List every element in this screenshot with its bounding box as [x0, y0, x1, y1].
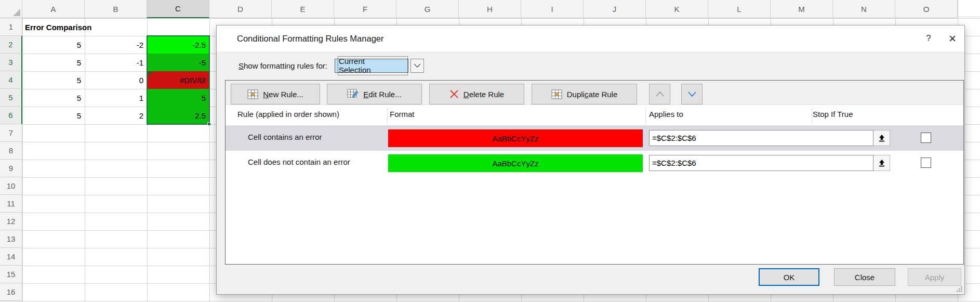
column-header-E[interactable]: E: [272, 0, 334, 18]
close-icon[interactable]: ✕: [941, 25, 964, 51]
stop-if-true-checkbox[interactable]: [921, 157, 931, 168]
row-header-3[interactable]: 3: [0, 54, 22, 71]
row-header-11[interactable]: 11: [0, 195, 22, 213]
column-header-K[interactable]: K: [646, 0, 708, 18]
cell-B5[interactable]: 1: [85, 89, 147, 107]
applies-to-group: [649, 155, 890, 171]
error-indicator-triangle: [148, 72, 153, 76]
cell-B2[interactable]: -2: [85, 36, 147, 54]
row-header-2[interactable]: 2: [0, 36, 22, 54]
help-button[interactable]: ?: [917, 25, 941, 51]
row-header-5[interactable]: 5: [0, 89, 22, 107]
format-preview-green: AaBbCcYyZz: [388, 154, 643, 172]
excel-window: ABCDEFGHIJKLMNO 12345678910111213141516 …: [0, 0, 980, 302]
row-header-8[interactable]: 8: [0, 142, 22, 160]
cell-A3[interactable]: 5: [23, 54, 85, 71]
row-header-16[interactable]: 16: [0, 283, 22, 301]
cell-B4[interactable]: 0: [85, 71, 147, 89]
header-format: Format: [390, 110, 415, 119]
cell-B3[interactable]: -1: [85, 54, 147, 71]
column-header-H[interactable]: H: [459, 0, 521, 18]
range-picker-icon: [878, 159, 886, 167]
dialog-titlebar[interactable]: Conditional Formatting Rules Manager ? ✕: [217, 25, 964, 51]
resize-grip[interactable]: [956, 286, 963, 293]
show-rules-label: Show formatting rules for:: [239, 61, 327, 70]
collapse-dialog-button[interactable]: [873, 155, 890, 171]
column-header-D[interactable]: D: [209, 0, 272, 18]
scope-dropdown[interactable]: Current Selection: [335, 59, 408, 73]
row-header-10[interactable]: 10: [0, 177, 22, 195]
column-header-I[interactable]: I: [521, 0, 584, 18]
cell-A2[interactable]: 5: [23, 36, 85, 54]
cell-A6[interactable]: 5: [23, 107, 85, 124]
applies-to-group: [649, 130, 890, 146]
row-header-1[interactable]: 1: [0, 18, 22, 36]
column-header-J[interactable]: J: [584, 0, 646, 18]
row-header-4[interactable]: 4: [0, 71, 22, 89]
rule-name: Cell does not contain an error: [248, 157, 350, 166]
scope-dropdown-button[interactable]: [410, 59, 424, 73]
table-icon: [551, 89, 562, 99]
row-headers: 12345678910111213141516: [0, 18, 22, 301]
move-rule-down-button[interactable]: [681, 84, 703, 104]
column-header-G[interactable]: G: [396, 0, 459, 18]
column-header-C[interactable]: C: [147, 0, 209, 18]
duplicate-rule-label: Duplicate Rule: [567, 90, 618, 99]
red-x-icon: [449, 89, 459, 99]
new-rule-label: New Rule...: [263, 90, 303, 99]
column-header-L[interactable]: L: [708, 0, 771, 18]
rule-row-error[interactable]: Cell contains an error AaBbCcYyZz: [226, 126, 963, 151]
column-header-M[interactable]: M: [771, 0, 833, 18]
collapse-dialog-button[interactable]: [873, 130, 890, 146]
header-stop-if-true: Stop If True: [813, 110, 853, 119]
cell-A5[interactable]: 5: [23, 89, 85, 107]
preview-text: AaBbCcYyZz: [492, 134, 538, 143]
cell-A4[interactable]: 5: [23, 71, 85, 89]
close-button[interactable]: Close: [834, 268, 895, 286]
delete-rule-button[interactable]: Delete Rule: [429, 84, 524, 104]
row-header-15[interactable]: 15: [0, 266, 22, 283]
applies-to-input[interactable]: [649, 155, 873, 171]
scope-dropdown-value: Current Selection: [338, 56, 408, 75]
applies-to-input[interactable]: [649, 130, 873, 146]
column-headers: ABCDEFGHIJKLMNO: [0, 0, 958, 18]
header-rule: Rule (applied in order shown): [237, 110, 339, 119]
cell-C5[interactable]: 5: [148, 89, 209, 107]
row-header-13[interactable]: 13: [0, 230, 22, 248]
column-header-N[interactable]: N: [833, 0, 895, 18]
apply-button[interactable]: Apply: [908, 268, 961, 286]
column-header-O[interactable]: O: [895, 0, 958, 18]
row-header-14[interactable]: 14: [0, 248, 22, 266]
edit-table-icon: [347, 89, 359, 99]
stop-if-true-checkbox[interactable]: [921, 133, 931, 143]
cell-A1[interactable]: Error Comparison: [23, 18, 147, 36]
select-all-corner[interactable]: [0, 0, 22, 18]
cell-C4[interactable]: #DIV/0!: [148, 71, 209, 89]
header-applies-to: Applies to: [649, 110, 683, 119]
show-rules-row: Show formatting rules for: Current Selec…: [217, 51, 964, 80]
new-rule-button[interactable]: New Rule...: [231, 84, 320, 104]
row-header-9[interactable]: 9: [0, 160, 22, 177]
dialog-title: Conditional Formatting Rules Manager: [237, 34, 383, 44]
edit-rule-button[interactable]: Edit Rule...: [327, 84, 422, 104]
chevron-down-icon: [414, 63, 421, 68]
column-header-A[interactable]: A: [22, 0, 85, 18]
row-header-12[interactable]: 12: [0, 213, 22, 230]
chevron-up-icon: [656, 91, 664, 97]
delete-rule-label: Delete Rule: [463, 90, 504, 99]
cell-C2[interactable]: -2.5: [148, 36, 209, 54]
move-rule-up-button[interactable]: [649, 84, 670, 104]
cell-C6[interactable]: 2.5: [148, 107, 209, 124]
row-header-7[interactable]: 7: [0, 124, 22, 142]
rule-row-no-error[interactable]: Cell does not contain an error AaBbCcYyZ…: [226, 151, 963, 176]
cell-C3[interactable]: -5: [148, 54, 209, 71]
row-header-6[interactable]: 6: [0, 107, 22, 124]
dialog-footer: OK Close Apply: [217, 268, 964, 286]
column-header-F[interactable]: F: [334, 0, 396, 18]
chevron-down-icon: [688, 91, 696, 97]
column-header-B[interactable]: B: [85, 0, 147, 18]
conditional-formatting-rules-manager-dialog: Conditional Formatting Rules Manager ? ✕…: [216, 25, 965, 295]
ok-button[interactable]: OK: [759, 268, 819, 286]
duplicate-rule-button[interactable]: Duplicate Rule: [532, 84, 637, 104]
cell-B6[interactable]: 2: [85, 107, 147, 124]
